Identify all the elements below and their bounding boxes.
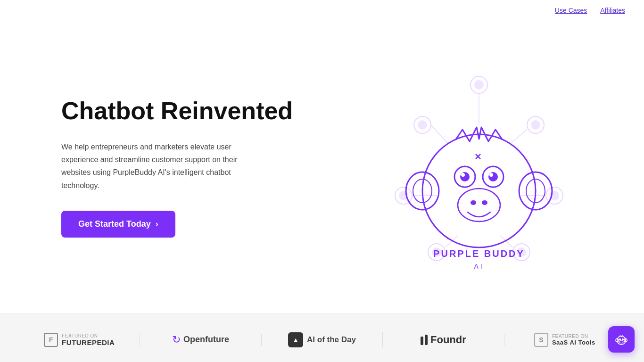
chat-widget-icon: [614, 332, 629, 347]
saasaitools-icon: S: [534, 333, 548, 347]
futurepedia-name: FUTUREPEDIA: [62, 338, 115, 346]
svg-point-32: [488, 172, 498, 181]
aioftheday-name: AI of the Day: [307, 335, 356, 345]
foundr-bars-icon: [421, 335, 428, 345]
svg-point-1: [474, 80, 484, 90]
svg-line-15: [431, 125, 448, 144]
svg-text:AI: AI: [474, 263, 484, 270]
foundr-logo: Foundr: [383, 334, 504, 346]
hero-left: Chatbot Reinvented We help entrepreneurs…: [61, 97, 293, 238]
hero-title: Chatbot Reinvented: [61, 97, 293, 125]
cta-label: Get Started Today: [78, 219, 151, 229]
svg-point-35: [471, 200, 476, 205]
nav-affiliates[interactable]: Affiliates: [600, 7, 625, 14]
chat-widget-button[interactable]: [608, 326, 635, 353]
svg-point-44: [619, 340, 623, 343]
svg-point-29: [460, 172, 470, 181]
futurepedia-logo: F featured on FUTUREPEDIA: [19, 333, 140, 347]
navbar: Use Cases Affiliates: [0, 0, 644, 21]
svg-point-36: [482, 200, 487, 205]
svg-text:PURPLE BUDDY: PURPLE BUDDY: [433, 248, 525, 259]
svg-point-3: [418, 120, 427, 130]
monkey-illustration: PURPLE BUDDY AI: [375, 64, 583, 271]
aioftheday-logo: ▲ AI of the Day: [262, 332, 383, 347]
futurepedia-featured-label: featured on: [62, 333, 115, 338]
chevron-right-icon: ›: [156, 219, 158, 229]
aioftheday-icon: ▲: [288, 332, 303, 347]
futurepedia-icon: F: [44, 333, 58, 347]
svg-point-33: [489, 173, 493, 177]
svg-point-42: [619, 338, 621, 340]
svg-line-20: [510, 130, 527, 144]
foundr-name: Foundr: [430, 334, 466, 346]
hero-description: We help entrepreneurs and marketers elev…: [61, 140, 264, 192]
cta-button[interactable]: Get Started Today ›: [61, 211, 175, 238]
saas-featured-label: Featured on: [552, 334, 595, 339]
svg-point-30: [461, 173, 465, 177]
openfuture-icon: ↻: [172, 334, 181, 346]
svg-point-13: [531, 120, 540, 130]
hero-illustration: PURPLE BUDDY AI: [375, 64, 583, 271]
openfuture-name: Openfuture: [183, 335, 229, 345]
footer-logos-strip: F featured on FUTUREPEDIA ↻ Openfuture ▲…: [0, 313, 644, 362]
saas-name: SaaS AI Tools: [552, 339, 595, 346]
openfuture-logo: ↻ Openfuture: [140, 334, 261, 346]
nav-use-cases[interactable]: Use Cases: [555, 7, 587, 14]
saasaitools-logo: S Featured on SaaS AI Tools: [504, 333, 625, 347]
svg-point-43: [622, 338, 624, 340]
hero-section: Chatbot Reinvented We help entrepreneurs…: [0, 21, 644, 313]
